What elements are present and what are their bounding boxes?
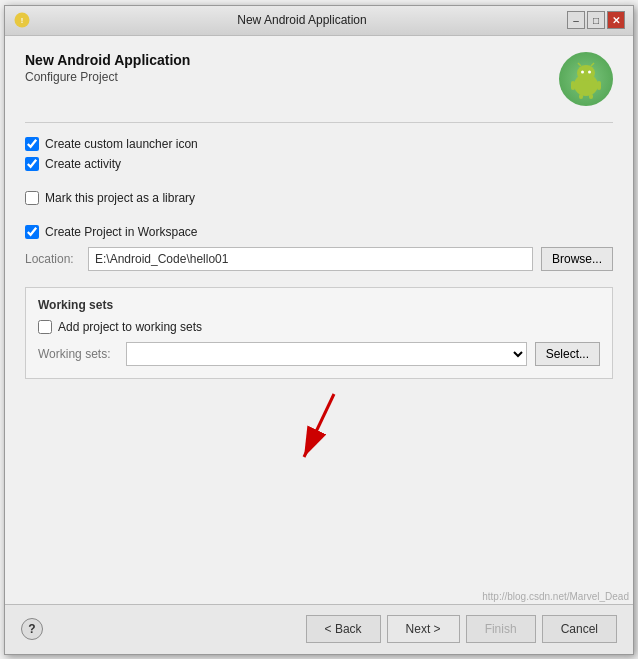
header-divider bbox=[25, 122, 613, 123]
back-button[interactable]: < Back bbox=[306, 615, 381, 643]
close-button[interactable]: ✕ bbox=[607, 11, 625, 29]
gap2 bbox=[25, 211, 613, 225]
create-activity-checkbox[interactable] bbox=[25, 157, 39, 171]
app-icon: ! bbox=[13, 11, 31, 29]
window-controls: – □ ✕ bbox=[567, 11, 625, 29]
add-working-sets-checkbox[interactable] bbox=[38, 320, 52, 334]
cancel-button[interactable]: Cancel bbox=[542, 615, 617, 643]
watermark: http://blog.csdn.net/Marvel_Dead bbox=[5, 589, 633, 604]
create-workspace-label: Create Project in Workspace bbox=[45, 225, 198, 239]
add-working-sets-label: Add project to working sets bbox=[58, 320, 202, 334]
create-launcher-checkbox[interactable] bbox=[25, 137, 39, 151]
dialog-window: ! New Android Application – □ ✕ New Andr… bbox=[4, 5, 634, 655]
header-section: New Android Application Configure Projec… bbox=[25, 52, 613, 106]
create-workspace-checkbox-row[interactable]: Create Project in Workspace bbox=[25, 225, 613, 239]
svg-rect-10 bbox=[579, 94, 583, 99]
svg-line-7 bbox=[591, 63, 594, 66]
create-activity-checkbox-row[interactable]: Create activity bbox=[25, 157, 613, 171]
svg-point-5 bbox=[588, 70, 591, 73]
window-title: New Android Application bbox=[37, 13, 567, 27]
mark-library-checkbox-row[interactable]: Mark this project as a library bbox=[25, 191, 613, 205]
svg-rect-9 bbox=[597, 81, 601, 90]
help-button[interactable]: ? bbox=[21, 618, 43, 640]
content-area: New Android Application Configure Projec… bbox=[5, 36, 633, 589]
android-icon bbox=[566, 59, 606, 99]
svg-point-3 bbox=[577, 65, 595, 81]
dialog-title: New Android Application bbox=[25, 52, 190, 68]
create-launcher-label: Create custom launcher icon bbox=[45, 137, 198, 151]
ws-label: Working sets: bbox=[38, 347, 118, 361]
create-launcher-checkbox-row[interactable]: Create custom launcher icon bbox=[25, 137, 613, 151]
dialog-subtitle: Configure Project bbox=[25, 70, 190, 84]
minimize-button[interactable]: – bbox=[567, 11, 585, 29]
select-button[interactable]: Select... bbox=[535, 342, 600, 366]
working-sets-title: Working sets bbox=[38, 298, 600, 312]
svg-line-6 bbox=[578, 63, 581, 66]
svg-rect-8 bbox=[571, 81, 575, 90]
browse-button[interactable]: Browse... bbox=[541, 247, 613, 271]
footer-left: ? bbox=[21, 618, 43, 640]
create-activity-label: Create activity bbox=[45, 157, 121, 171]
maximize-button[interactable]: □ bbox=[587, 11, 605, 29]
gap1 bbox=[25, 177, 613, 191]
create-workspace-checkbox[interactable] bbox=[25, 225, 39, 239]
svg-rect-11 bbox=[589, 94, 593, 99]
svg-point-4 bbox=[581, 70, 584, 73]
footer-buttons: < Back Next > Finish Cancel bbox=[306, 615, 617, 643]
header-text: New Android Application Configure Projec… bbox=[25, 52, 190, 84]
svg-text:!: ! bbox=[21, 16, 24, 25]
svg-line-13 bbox=[304, 394, 334, 457]
location-label: Location: bbox=[25, 252, 80, 266]
location-input[interactable] bbox=[88, 247, 533, 271]
mark-library-checkbox[interactable] bbox=[25, 191, 39, 205]
finish-button[interactable]: Finish bbox=[466, 615, 536, 643]
arrow-area bbox=[25, 379, 613, 479]
title-bar: ! New Android Application – □ ✕ bbox=[5, 6, 633, 36]
working-sets-dropdown[interactable] bbox=[126, 342, 527, 366]
mark-library-label: Mark this project as a library bbox=[45, 191, 195, 205]
add-working-sets-checkbox-row[interactable]: Add project to working sets bbox=[38, 320, 600, 334]
working-sets-input-row: Working sets: Select... bbox=[38, 342, 600, 366]
working-sets-section: Working sets Add project to working sets… bbox=[25, 287, 613, 379]
app-icon-area: ! bbox=[13, 11, 37, 29]
next-button[interactable]: Next > bbox=[387, 615, 460, 643]
location-row: Location: Browse... bbox=[25, 247, 613, 271]
android-logo bbox=[559, 52, 613, 106]
footer: ? < Back Next > Finish Cancel bbox=[5, 604, 633, 654]
red-arrow bbox=[289, 389, 349, 469]
